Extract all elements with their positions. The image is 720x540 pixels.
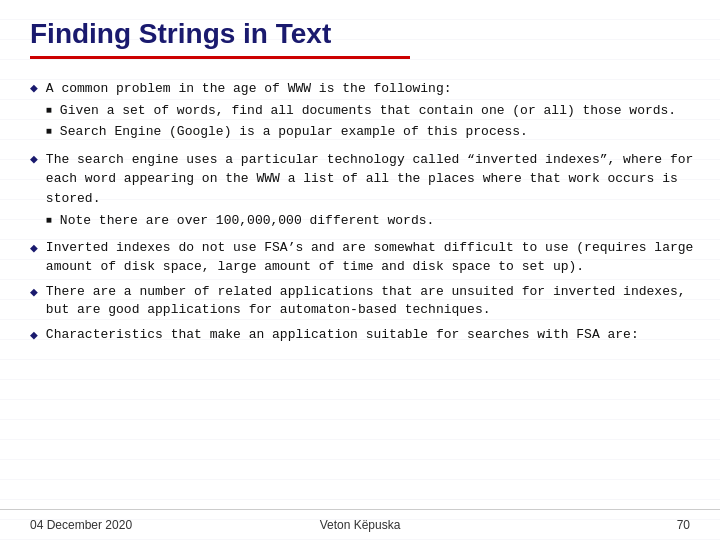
- slide-header: Finding Strings in Text: [0, 0, 720, 75]
- bullet-diamond-2: ◆: [30, 151, 38, 167]
- sub-bullet-item-1-2: ■ Search Engine (Google) is a popular ex…: [46, 123, 676, 142]
- sub-bullet-square-1-1: ■: [46, 105, 52, 116]
- slide-footer: 04 December 2020 Veton Këpuska 70: [0, 509, 720, 540]
- sub-bullet-list-2: ■ Note there are over 100,000,000 differ…: [46, 212, 700, 231]
- bullet-item-4: ◆ There are a number of related applicat…: [30, 283, 700, 321]
- bullet-item-2: ◆ The search engine uses a particular te…: [30, 150, 700, 233]
- bullet-diamond-3: ◆: [30, 240, 38, 256]
- bullet-diamond-4: ◆: [30, 284, 38, 300]
- slide-title: Finding Strings in Text: [30, 18, 690, 50]
- sub-bullet-list-1: ■ Given a set of words, find all documen…: [46, 102, 676, 142]
- bullet-item-3: ◆ Inverted indexes do not use FSA’s and …: [30, 239, 700, 277]
- bullet-text-2: The search engine uses a particular tech…: [46, 150, 700, 233]
- footer-author: Veton Këpuska: [250, 518, 470, 532]
- footer-date: 04 December 2020: [30, 518, 250, 532]
- sub-bullet-item-1-1: ■ Given a set of words, find all documen…: [46, 102, 676, 121]
- slide-content: ◆ A common problem in the age of WWW is …: [0, 75, 720, 509]
- slide: Finding Strings in Text ◆ A common probl…: [0, 0, 720, 540]
- bullet-diamond-1: ◆: [30, 80, 38, 96]
- footer-page: 70: [470, 518, 690, 532]
- sub-bullet-item-2-1: ■ Note there are over 100,000,000 differ…: [46, 212, 700, 231]
- bullet-text-1: A common problem in the age of WWW is th…: [46, 79, 676, 144]
- bullet-diamond-5: ◆: [30, 327, 38, 343]
- bullet-item-5: ◆ Characteristics that make an applicati…: [30, 326, 700, 345]
- sub-bullet-square-1-2: ■: [46, 126, 52, 137]
- sub-bullet-square-2-1: ■: [46, 215, 52, 226]
- title-underline: [30, 56, 410, 59]
- bullet-item-1: ◆ A common problem in the age of WWW is …: [30, 79, 700, 144]
